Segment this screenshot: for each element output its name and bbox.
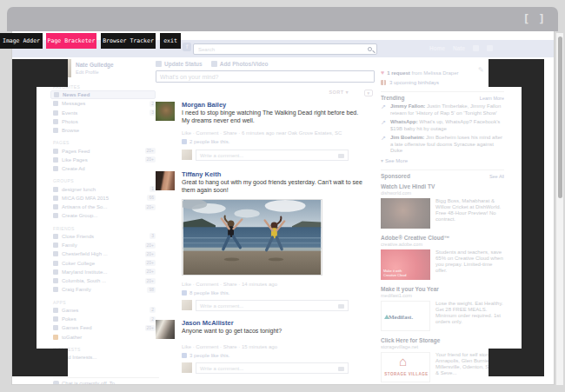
profile-name[interactable]: Nate Gulledge xyxy=(76,59,114,68)
tab-add-photos-video[interactable]: Add Photos/Video xyxy=(211,61,269,67)
ad-title[interactable]: Make it your You Year xyxy=(381,286,504,293)
gear-icon[interactable] xyxy=(487,45,493,51)
ad-title[interactable]: Click Here for Storage xyxy=(381,337,504,344)
pencil-icon[interactable]: ✎ xyxy=(478,66,484,74)
sidebar-item-create-group[interactable]: Create Group... xyxy=(53,211,156,220)
sidebar-item-games-feed[interactable]: Games Feed 20+ xyxy=(53,323,156,332)
sidebar-item-like-pages[interactable]: Like Pages 20+ xyxy=(53,156,156,164)
sidebar-item-events[interactable]: Events 3 xyxy=(53,109,156,117)
sidebar-item-news-feed[interactable]: News Feed xyxy=(50,90,156,99)
header-profile-link[interactable]: Nate xyxy=(453,45,465,51)
header-home-link[interactable]: Home xyxy=(429,45,445,51)
sponsored-ad[interactable]: Watch Live Hindi TV dishworld.com Bigg B… xyxy=(381,183,504,229)
games-icon xyxy=(53,308,58,313)
post-photo-beach-jump[interactable] xyxy=(182,199,322,276)
scrollbar-thumb[interactable] xyxy=(558,37,562,198)
trending-topic[interactable]: Jimmy Fallon: xyxy=(390,103,425,109)
ad-image[interactable] xyxy=(381,198,430,229)
status-composer-input[interactable]: What's on your mind? xyxy=(156,70,375,83)
post-author-link[interactable]: Jason McAllister xyxy=(182,319,375,327)
sidebar-item-games[interactable]: Games 2 xyxy=(53,306,156,315)
sidebar-item-mica-gd-mfa-2015[interactable]: MICA GD MFA 2015 66 xyxy=(53,194,156,203)
trending-item[interactable]: ↗ Jim Boeheim: Jim Boeheim loses his min… xyxy=(381,135,504,155)
facebook-search-input[interactable]: Search xyxy=(193,43,377,55)
comment-input[interactable]: Write a comment... xyxy=(196,300,349,311)
sidebar-item-togather[interactable]: toGather xyxy=(53,333,156,342)
avatar-morgan-bailey[interactable] xyxy=(156,102,175,121)
sort-options-icon[interactable]: ▾ xyxy=(364,90,373,96)
learn-more-link[interactable]: Learn More xyxy=(480,96,504,101)
sidebar-item-badge: 20+ xyxy=(145,278,156,284)
sidebar-item-coker-college[interactable]: Coker College 20+ xyxy=(53,258,156,267)
sidebar-item-badge: 20+ xyxy=(145,148,156,154)
see-more-link[interactable]: ▾See More xyxy=(381,157,504,163)
post-likes[interactable]: 3 people like this. xyxy=(182,353,375,360)
post-likes[interactable]: 8 people like this. xyxy=(182,290,375,297)
profile-block[interactable]: Nate Gulledge Edit Profile xyxy=(53,59,156,77)
sidebar-item-create-ad[interactable]: Create Ad xyxy=(53,164,156,173)
tab-update-status[interactable]: Update Status xyxy=(156,61,203,67)
ad-image-text: STORAGE VILLAGE xyxy=(382,372,430,376)
sidebar-item-chesterfield-high[interactable]: Chesterfield High ... 20+ xyxy=(53,249,156,258)
sort-control[interactable]: SORT ▾▾ xyxy=(156,90,375,97)
trending-item[interactable]: ↗ WhatsApp: What's up, WhatsApp? Faceboo… xyxy=(381,119,504,132)
see-all-link[interactable]: See All xyxy=(489,174,504,179)
sidebar-item-badge: 20+ xyxy=(145,251,156,257)
sidebar-item-maryland-institute[interactable]: Maryland Institute... 20+ xyxy=(53,268,156,276)
togather-icon xyxy=(53,335,58,340)
sidebar-item-photos[interactable]: Photos xyxy=(53,117,156,126)
post-author-link[interactable]: Tiffany Keith xyxy=(182,170,375,178)
sidebar-item-artisans[interactable]: Artisans of the So... 20+ xyxy=(53,203,156,211)
ad-title[interactable]: Adobe® Creative Cloud™ xyxy=(381,235,504,242)
avatar-jason-mcallister[interactable] xyxy=(156,320,175,339)
chat-status[interactable]: Chat is currently off. To xyxy=(53,377,159,385)
sidebar-section-groups: GROUPS xyxy=(53,177,156,184)
sponsored-ad[interactable]: Adobe® Creative Cloud™ creative.adobe.co… xyxy=(381,235,504,280)
post-meta-links[interactable]: Like · Comment · Share · 6 minutes ago n… xyxy=(182,130,375,136)
post-meta-links[interactable]: Like · Comment · Share · 15 minutes ago xyxy=(182,344,375,349)
image-adder-button[interactable]: Image Adder xyxy=(0,33,43,49)
sidebar-item-pages-feed[interactable]: Pages Feed 20+ xyxy=(53,146,156,155)
lock-icon[interactable] xyxy=(473,45,479,51)
sidebar-item-browse[interactable]: Browse xyxy=(53,126,156,135)
comment-input[interactable]: Write a comment... xyxy=(196,362,349,374)
star-icon xyxy=(53,234,58,239)
sidebar-section-pages: PAGES xyxy=(53,139,156,146)
post-meta-links[interactable]: Like · Comment · Share · 14 minutes ago xyxy=(182,282,375,287)
avatar-tiffany-keith[interactable] xyxy=(156,171,175,190)
bracket-bottom-left-arm xyxy=(12,349,68,376)
ad-image[interactable]: Make it with Creative Cloud xyxy=(381,249,430,280)
sidebar-item-craig-family[interactable]: Craig Family 98 xyxy=(53,285,156,294)
post-likes[interactable]: 2 people like this. xyxy=(182,139,375,146)
friend-request-notice[interactable]: ♥1 request from Melissa Draper xyxy=(381,70,504,76)
sidebar-item-columbia-south[interactable]: Columbia, South ... 20+ xyxy=(53,276,156,285)
sidebar-item-family[interactable]: Family 20+ xyxy=(53,241,156,249)
exit-button[interactable]: exit xyxy=(160,33,181,49)
comment-row: Write a comment... xyxy=(182,149,375,162)
browser-tracker-button[interactable]: Browser Tracker xyxy=(101,33,156,49)
comment-input[interactable]: Write a comment... xyxy=(196,149,349,161)
search-placeholder: Search xyxy=(198,47,215,52)
scrollbar[interactable] xyxy=(555,33,563,385)
post-text: Anyone want to go get tacos tonight? xyxy=(182,327,364,335)
sponsored-ad[interactable]: Click Here for Storage storagevillage.ne… xyxy=(381,337,504,382)
comment-camera-icon[interactable] xyxy=(338,304,344,309)
ad-image[interactable]: Medifast. xyxy=(381,301,430,331)
comment-camera-icon[interactable] xyxy=(338,367,344,371)
post-author-link[interactable]: Morgan Bailey xyxy=(182,101,375,109)
sidebar-item-designer-lunch[interactable]: designer lunch 1 xyxy=(53,184,156,193)
ad-image[interactable]: STORAGE VILLAGE xyxy=(381,352,430,382)
sidebar-item-add-interests[interactable]: Add Interests... xyxy=(53,353,156,362)
edit-profile-link[interactable]: Edit Profile xyxy=(76,70,114,75)
comment-camera-icon[interactable] xyxy=(338,154,344,158)
page-bracketer-button[interactable]: Page Bracketer xyxy=(46,33,96,49)
trending-item[interactable]: ↗ Jimmy Fallon: Justin Timberlake, Jimmy… xyxy=(381,103,504,116)
sidebar-item-pokes[interactable]: Pokes 2 xyxy=(53,315,156,323)
sidebar-item-close-friends[interactable]: Close Friends 3 xyxy=(53,232,156,241)
trending-topic[interactable]: Jim Boeheim: xyxy=(390,135,424,140)
sponsored-ad[interactable]: Make it your You Year medifast1.com Medi… xyxy=(381,286,504,331)
trending-topic[interactable]: WhatsApp: xyxy=(390,119,418,124)
ad-title[interactable]: Watch Live Hindi TV xyxy=(381,183,504,190)
birthdays-notice[interactable]: 3 upcoming birthdays xyxy=(381,80,504,85)
sidebar-item-messages[interactable]: Messages 2 xyxy=(53,99,156,108)
